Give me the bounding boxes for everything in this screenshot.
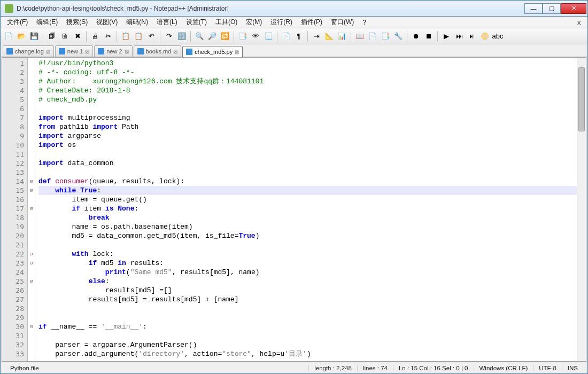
code-line[interactable]: if item is None: — [38, 204, 577, 213]
toolbar-button[interactable]: 🔡 — [176, 30, 188, 42]
code-view[interactable]: #!/usr/bin/python3# -*- coding: utf-8 -*… — [35, 58, 577, 361]
code-line[interactable] — [38, 331, 577, 340]
menu-item[interactable]: 设置(T) — [182, 17, 211, 28]
code-line[interactable]: def consumer(queue, results, lock): — [38, 177, 577, 186]
toolbar-button[interactable]: ↶ — [145, 30, 157, 42]
code-line[interactable] — [38, 168, 577, 177]
toolbar-button[interactable]: 🔂 — [219, 30, 231, 42]
menu-item[interactable]: 运行(R) — [266, 17, 297, 28]
code-line[interactable]: parser.add_argument('directory', action=… — [38, 349, 577, 359]
code-line[interactable]: # -*- coding: utf-8 -*- — [38, 68, 577, 77]
tab-close-icon[interactable]: ⊠ — [173, 49, 177, 54]
menu-item[interactable]: 工具(O) — [211, 17, 242, 28]
code-line[interactable]: # check_md5.py — [38, 95, 577, 104]
code-line[interactable]: # CreateDate: 2018-1-8 — [38, 86, 577, 95]
toolbar-button[interactable]: ¶ — [293, 30, 305, 42]
scrollbar-thumb[interactable] — [578, 67, 585, 131]
toolbar-button[interactable]: 🔧 — [392, 30, 404, 42]
code-line[interactable]: name = os.path.basename(item) — [38, 222, 577, 231]
toolbar-button[interactable]: 📄 — [367, 30, 378, 42]
toolbar-button[interactable]: ▶ — [440, 30, 452, 42]
menu-item[interactable]: 编码(N) — [122, 17, 152, 28]
file-tab[interactable]: check_md5.py⊠ — [182, 46, 243, 57]
code-line[interactable]: if md5 in results: — [38, 259, 577, 268]
toolbar-button[interactable]: ⏹ — [423, 30, 435, 42]
titlebar[interactable]: D:\code\python-api-tesing\tools\check_md… — [1, 1, 587, 17]
code-line[interactable]: from pathlib import Path — [38, 122, 577, 131]
file-tab[interactable]: change.log⊠ — [3, 45, 54, 57]
minimize-button[interactable]: — — [524, 3, 543, 14]
code-line[interactable] — [38, 313, 577, 322]
vertical-scrollbar[interactable] — [577, 58, 586, 361]
menu-item[interactable]: 窗口(W) — [327, 17, 358, 28]
menubar-close-icon[interactable]: x — [573, 18, 586, 27]
code-line[interactable]: import multiprocessing — [38, 113, 577, 122]
toolbar-button[interactable]: 📀 — [479, 30, 491, 42]
menu-item[interactable]: 文件(F) — [3, 17, 32, 28]
tab-close-icon[interactable]: ⊠ — [125, 49, 129, 54]
toolbar-button[interactable]: ✂ — [102, 30, 114, 42]
code-line[interactable]: print("Same md5", results[md5], name) — [38, 268, 577, 277]
code-line[interactable]: import os — [38, 141, 577, 150]
menu-item[interactable]: 插件(P) — [297, 17, 327, 28]
menu-item[interactable]: 视图(V) — [92, 17, 122, 28]
toolbar-button[interactable]: ↷ — [163, 30, 175, 42]
file-tab[interactable]: books.md⊠ — [134, 45, 182, 57]
toolbar-button[interactable]: 🔎 — [206, 30, 218, 42]
toolbar-button[interactable]: 📐 — [323, 30, 335, 42]
code-line[interactable]: #!/usr/bin/python3 — [38, 59, 577, 68]
toolbar-button[interactable]: ⏺ — [410, 30, 422, 42]
toolbar-button[interactable]: ⏭ — [453, 30, 465, 42]
code-line[interactable]: import data_common — [38, 159, 577, 168]
toolbar-button[interactable]: 📋 — [120, 30, 131, 42]
code-line[interactable]: # Author: xurongzhong#126.com 技术支持qq群：14… — [38, 77, 577, 86]
menu-item[interactable]: 编辑(E) — [32, 17, 62, 28]
file-tab[interactable]: new 1⊠ — [55, 45, 93, 57]
toolbar-button[interactable]: ✖ — [72, 30, 83, 42]
toolbar-button[interactable]: 📊 — [336, 30, 348, 42]
code-line[interactable]: results[md5] =[] — [38, 286, 577, 295]
code-line[interactable] — [38, 304, 577, 313]
code-line[interactable]: with lock: — [38, 250, 577, 259]
code-line[interactable]: import argparse — [38, 131, 577, 141]
line-number-gutter[interactable]: 1234567891011121314151617181920212223242… — [2, 58, 28, 361]
code-line[interactable]: item = queue.get() — [38, 195, 577, 204]
toolbar-button[interactable]: 📋 — [133, 30, 144, 42]
code-line[interactable]: break — [38, 213, 577, 222]
tab-close-icon[interactable]: ⊠ — [235, 49, 239, 55]
menu-item[interactable]: 搜索(S) — [62, 17, 92, 28]
toolbar-button[interactable]: 📖 — [354, 30, 366, 42]
toolbar-button[interactable]: 🖨 — [89, 30, 101, 42]
tab-close-icon[interactable]: ⊠ — [46, 49, 50, 54]
fold-gutter[interactable]: ⊟⊟⊟⊟⊟⊟⊟ — [28, 58, 35, 361]
code-line[interactable] — [38, 104, 577, 113]
maximize-button[interactable]: ▢ — [543, 3, 561, 14]
menu-item[interactable]: 宏(M) — [242, 17, 266, 28]
code-line[interactable] — [38, 240, 577, 250]
code-line[interactable]: else: — [38, 277, 577, 286]
menu-item[interactable]: 语言(L) — [152, 17, 182, 28]
code-line[interactable]: if __name__ == '__main__': — [38, 322, 577, 331]
toolbar-button[interactable]: 👁 — [250, 30, 261, 42]
toolbar-button[interactable]: abc — [492, 30, 504, 42]
toolbar-button[interactable]: ⇥ — [311, 30, 322, 42]
close-button[interactable]: ✕ — [561, 3, 586, 14]
toolbar-button[interactable]: 🗐 — [46, 30, 58, 42]
toolbar-button[interactable]: 📃 — [262, 30, 274, 42]
toolbar-button[interactable]: 💾 — [28, 30, 40, 42]
code-line[interactable]: md5 = data_common.get_md5(item, is_file=… — [38, 231, 577, 240]
toolbar-button[interactable]: 📑 — [380, 30, 391, 42]
toolbar-button[interactable]: 📄 — [3, 30, 14, 42]
code-line[interactable]: results[md5] = results[md5] + [name] — [38, 295, 577, 304]
toolbar-button[interactable]: 📑 — [237, 30, 249, 42]
toolbar-button[interactable]: 📂 — [16, 30, 27, 42]
code-line[interactable]: while True: — [38, 186, 577, 195]
toolbar-button[interactable]: 📄 — [280, 30, 292, 42]
toolbar-button[interactable]: 🗎 — [59, 30, 71, 42]
code-line[interactable] — [38, 150, 577, 159]
code-line[interactable]: parser = argparse.ArgumentParser() — [38, 340, 577, 349]
file-tab[interactable]: new 2⊠ — [94, 45, 132, 57]
toolbar-button[interactable]: ⏯ — [466, 30, 478, 42]
toolbar-button[interactable]: 🔍 — [194, 30, 205, 42]
menu-item[interactable]: ? — [358, 18, 370, 27]
